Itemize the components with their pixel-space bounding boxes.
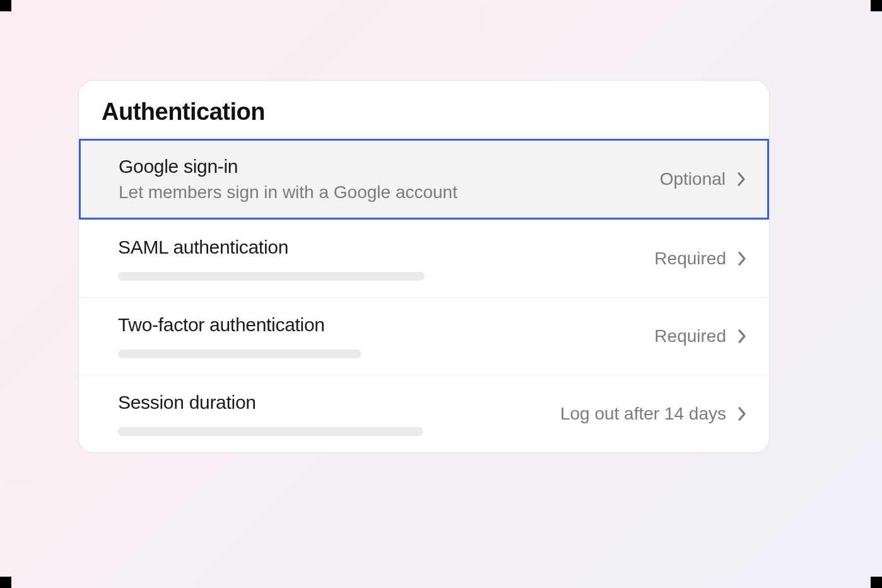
row-google-sign-in[interactable]: Google sign-in Let members sign in with … xyxy=(79,139,769,220)
row-right: Optional xyxy=(660,169,746,189)
chevron-right-icon xyxy=(737,172,746,187)
row-content: SAML authentication xyxy=(118,237,654,281)
row-description-placeholder xyxy=(118,427,423,436)
panel-title: Authentication xyxy=(102,98,746,126)
row-content: Two-factor authentication xyxy=(118,314,654,358)
chevron-right-icon xyxy=(738,251,746,266)
row-value: Required xyxy=(654,249,726,269)
corner-marker xyxy=(871,0,882,11)
panel-header: Authentication xyxy=(79,81,769,139)
row-right: Log out after 14 days xyxy=(560,404,746,424)
authentication-panel: Authentication Google sign-in Let member… xyxy=(78,80,770,453)
corner-marker xyxy=(0,0,11,11)
row-saml-authentication[interactable]: SAML authentication Required xyxy=(79,220,769,297)
corner-marker xyxy=(871,577,882,588)
corner-marker xyxy=(0,577,11,588)
row-title: Google sign-in xyxy=(119,156,660,177)
row-title: Session duration xyxy=(118,392,560,413)
row-content: Google sign-in Let members sign in with … xyxy=(119,156,660,203)
row-two-factor-authentication[interactable]: Two-factor authentication Required xyxy=(79,297,769,375)
row-session-duration[interactable]: Session duration Log out after 14 days xyxy=(79,375,769,452)
row-right: Required xyxy=(654,326,746,346)
row-description: Let members sign in with a Google accoun… xyxy=(119,182,660,203)
row-right: Required xyxy=(654,249,746,269)
row-value: Optional xyxy=(660,169,726,189)
row-title: SAML authentication xyxy=(118,237,654,258)
row-description-placeholder xyxy=(118,350,362,358)
chevron-right-icon xyxy=(738,406,746,421)
chevron-right-icon xyxy=(738,329,746,344)
row-value: Log out after 14 days xyxy=(560,404,726,424)
row-title: Two-factor authentication xyxy=(118,314,654,336)
row-description-placeholder xyxy=(118,272,425,281)
row-content: Session duration xyxy=(118,392,560,436)
row-value: Required xyxy=(654,326,726,346)
